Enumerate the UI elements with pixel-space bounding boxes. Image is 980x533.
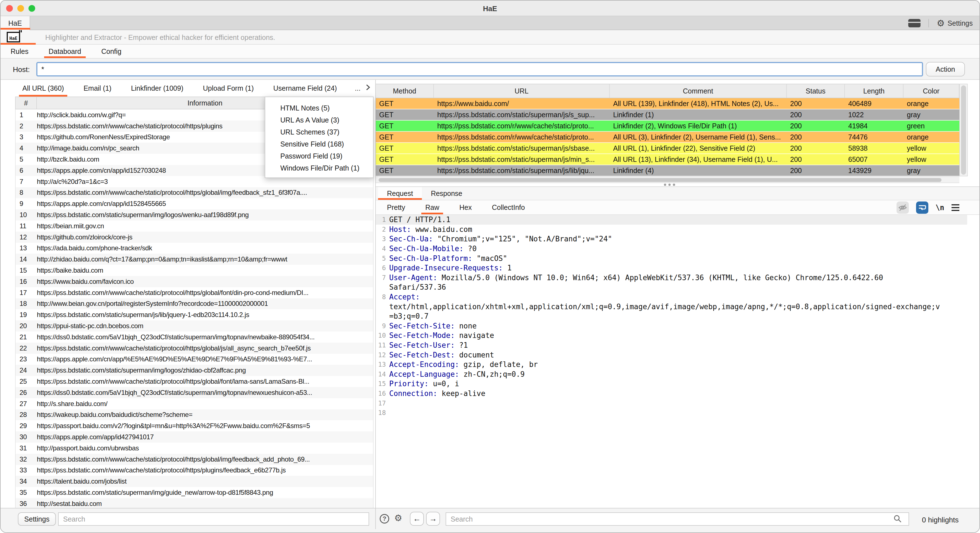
column-header-method[interactable]: Method xyxy=(376,84,434,98)
row-url: https://pss.bdstatic.com/r/www/cache/sta… xyxy=(37,289,373,297)
table-row[interactable]: 15https://baike.baidu.com xyxy=(16,265,373,276)
table-row[interactable]: 33https://pss.bdstatic.com/r/www/cache/s… xyxy=(16,465,373,476)
viewer-tab-response[interactable]: Response xyxy=(422,187,471,200)
table-row[interactable]: 35https://pss.bdstatic.com/static/superm… xyxy=(16,487,373,498)
chevron-right-icon[interactable] xyxy=(366,84,371,92)
cell-status: 200 xyxy=(787,133,845,141)
row-index: 15 xyxy=(16,266,37,274)
table-row[interactable]: 11https://beian.miit.gov.cn xyxy=(16,220,373,232)
request-row[interactable]: GEThttps://pss.bdstatic.com/static/super… xyxy=(376,154,959,165)
left-tab-email-1[interactable]: Email (1) xyxy=(82,80,113,97)
raw-line: 18 xyxy=(376,408,967,418)
table-row[interactable]: 27http://s.share.baidu.com/ xyxy=(16,398,373,409)
request-row[interactable]: GEThttps://pss.bdstatic.com/r/www/cache/… xyxy=(376,121,959,132)
column-header-comment[interactable]: Comment xyxy=(610,84,787,98)
left-search-input[interactable] xyxy=(58,512,369,526)
raw-request-view[interactable]: 1GET / HTTP/1.12Host: www.baidu.com3Sec-… xyxy=(376,215,967,484)
column-header-index[interactable]: # xyxy=(16,97,37,109)
header-value: ?0 xyxy=(463,244,477,253)
header-value: gzip, deflate, br xyxy=(459,360,538,369)
table-row[interactable]: 20https://ppui-static-pc.cdn.bcebos.com xyxy=(16,320,373,332)
word-wrap-icon[interactable] xyxy=(916,201,928,214)
table-row[interactable]: 30https://apps.apple.com/app/id427941017 xyxy=(16,431,373,443)
table-row[interactable]: 16https://www.baidu.com/favicon.ico xyxy=(16,276,373,287)
left-tab-username-field-24[interactable]: Username Field (24) xyxy=(272,80,339,97)
column-header-url[interactable]: URL xyxy=(434,84,610,98)
table-row[interactable]: 17https://pss.bdstatic.com/r/www/cache/s… xyxy=(16,287,373,298)
table-row[interactable]: 29https://passport.baidu.com/v2/?login&t… xyxy=(16,420,373,431)
dropdown-item-password-field-19[interactable]: Password Field (19) xyxy=(265,150,373,162)
table-row[interactable]: 10https://pss.bdstatic.com/static/superm… xyxy=(16,209,373,220)
row-index: 28 xyxy=(16,411,37,419)
table-row[interactable]: 21https://dss0.bdstatic.com/5aV1bjqh_Q23… xyxy=(16,332,373,343)
table-row[interactable]: 32https://pss.bdstatic.com/r/www/cache/s… xyxy=(16,454,373,465)
dropdown-item-url-as-a-value-3[interactable]: URL As A Value (3) xyxy=(265,114,373,126)
search-settings-gear-icon[interactable]: ⚙ xyxy=(394,514,402,522)
request-row[interactable]: GEThttps://pss.bdstatic.com/static/super… xyxy=(376,165,959,176)
vertical-scrollbar[interactable] xyxy=(959,84,968,176)
line-number: 18 xyxy=(376,409,389,416)
table-row[interactable]: 18http://www.beian.gov.cn/portal/registe… xyxy=(16,298,373,309)
request-row[interactable]: GEThttps://pss.bdstatic.com/r/www/cache/… xyxy=(376,132,959,143)
row-url: http://sestat.baidu.com xyxy=(37,500,373,508)
row-url: https://pss.bdstatic.com/static/superman… xyxy=(37,489,373,497)
nav-tab-config[interactable]: Config xyxy=(98,44,125,58)
request-row[interactable]: GEThttps://www.baidu.com/All URL (139), … xyxy=(376,98,959,109)
viewer-tab-request[interactable]: Request xyxy=(378,187,422,200)
nav-tab-rules[interactable]: Rules xyxy=(7,44,32,58)
left-tab-linkfinder-1009[interactable]: Linkfinder (1009) xyxy=(129,80,185,97)
right-search-input[interactable] xyxy=(445,512,909,526)
left-tab-upload-form-1[interactable]: Upload Form (1) xyxy=(201,80,256,97)
splitter-handle[interactable] xyxy=(664,184,675,186)
dropdown-item-sensitive-field-168[interactable]: Sensitive Field (168) xyxy=(265,138,373,150)
host-input[interactable] xyxy=(36,62,923,76)
table-row[interactable]: 19https://pss.bdstatic.com/static/superm… xyxy=(16,309,373,320)
table-row[interactable]: 14http://zhidao.baidu.com/q?ct=17&amp;pn… xyxy=(16,254,373,265)
left-tab-all-url-360[interactable]: All URL (360) xyxy=(21,80,65,97)
layout-panel-icon[interactable] xyxy=(908,19,921,27)
tab-overflow-label[interactable]: ... xyxy=(355,84,361,92)
request-row[interactable]: GEThttps://pss.bdstatic.com/static/super… xyxy=(376,109,959,121)
dropdown-item-windows-file-dir-path-1[interactable]: Windows File/Dir Path (1) xyxy=(265,162,373,174)
dropdown-item-html-notes-5[interactable]: HTML Notes (5) xyxy=(265,102,373,114)
settings-button[interactable]: ⚙ Settings xyxy=(937,19,973,28)
column-header-length[interactable]: Length xyxy=(845,84,904,98)
viewer-subtab-collectinfo[interactable]: CollectInfo xyxy=(490,200,527,214)
viewer-subtab-hex[interactable]: Hex xyxy=(457,200,474,214)
table-row[interactable]: 26https://dss0.bdstatic.com/5aV1bjqh_Q23… xyxy=(16,387,373,398)
table-row[interactable]: 24https://pss.bdstatic.com/static/superm… xyxy=(16,365,373,376)
table-row[interactable]: 34https://talent.baidu.com/jobs/list xyxy=(16,476,373,487)
table-row[interactable]: 25https://pss.bdstatic.com/r/www/cache/s… xyxy=(16,376,373,387)
nav-tab-databoard[interactable]: Databoard xyxy=(45,44,84,58)
table-row[interactable]: 12https://github.com/zloirock/core-js xyxy=(16,232,373,243)
request-row[interactable]: GEThttps://pss.bdstatic.com/static/super… xyxy=(376,143,959,154)
row-url: https://github.com/zloirock/core-js xyxy=(37,233,373,241)
column-header-status[interactable]: Status xyxy=(787,84,845,98)
help-icon[interactable]: ? xyxy=(380,514,389,523)
horizontal-scrollbar[interactable] xyxy=(376,176,959,183)
table-row[interactable]: 36http://sestat.baidu.com xyxy=(16,498,373,509)
table-row[interactable]: 9https://apps.apple.com/cn/app/id1528455… xyxy=(16,198,373,209)
viewer-menu-icon[interactable] xyxy=(951,204,959,211)
left-settings-button[interactable]: Settings xyxy=(18,512,56,526)
cell-status: 200 xyxy=(787,111,845,119)
table-row[interactable]: 13https://ada.baidu.com/phone-tracker/sd… xyxy=(16,243,373,254)
viewer-subtab-raw[interactable]: Raw xyxy=(423,200,441,214)
table-row[interactable]: 8https://pss.bdstatic.com/r/www/cache/st… xyxy=(16,187,373,198)
table-row[interactable]: 28https://wakeup.baidu.com/baidudict/sch… xyxy=(16,409,373,420)
hide-preview-icon[interactable] xyxy=(897,201,909,214)
table-row[interactable]: 31http://passport.baidu.com/ubrwsbas xyxy=(16,443,373,454)
table-row[interactable]: 22https://pss.bdstatic.com/r/www/cache/s… xyxy=(16,343,373,354)
table-row[interactable]: 23https://apps.apple.com/cn/app/%E5%AE%9… xyxy=(16,354,373,365)
viewer-subtab-pretty[interactable]: Pretty xyxy=(385,200,407,214)
action-button[interactable]: Action xyxy=(926,62,965,76)
line-number: 3 xyxy=(376,235,389,243)
search-magnifier-icon[interactable] xyxy=(893,515,902,525)
row-index: 2 xyxy=(16,122,37,130)
titlebar: HaE xyxy=(0,0,980,16)
previous-match-button[interactable]: ← xyxy=(410,512,424,526)
column-header-color[interactable]: Color xyxy=(904,84,959,98)
newline-toggle-icon[interactable]: \n xyxy=(935,203,944,212)
next-match-button[interactable]: → xyxy=(426,512,440,526)
dropdown-item-url-schemes-37[interactable]: URL Schemes (37) xyxy=(265,126,373,138)
